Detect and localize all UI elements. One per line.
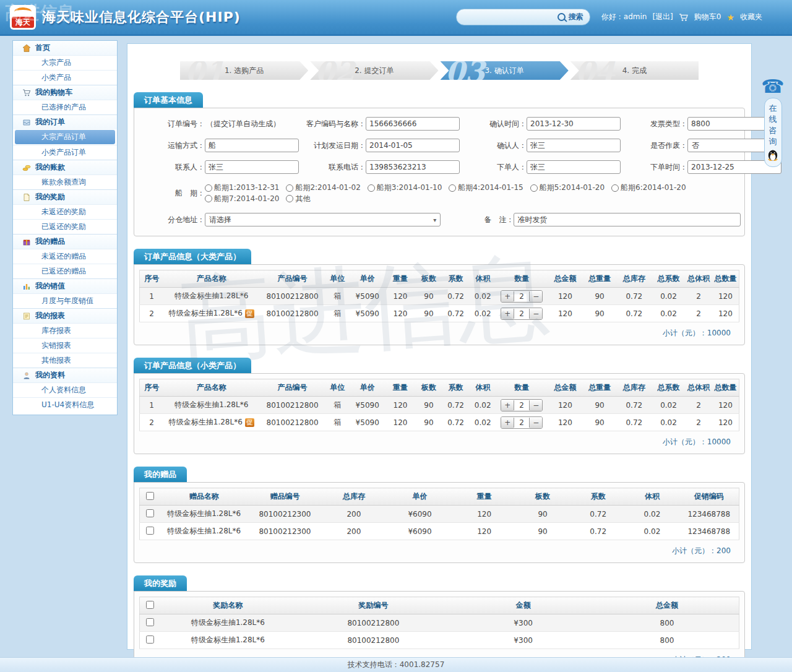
confirm-time-field[interactable]: [527, 117, 621, 131]
ship-period-option[interactable]: 船期2:2014-01-02: [286, 183, 360, 193]
ship-period-radio[interactable]: [449, 184, 456, 192]
sidebar-item-my-gifts[interactable]: 我的赠品: [13, 234, 117, 249]
ship-period-radio[interactable]: [205, 184, 212, 192]
online-consult-button[interactable]: 在线咨询: [764, 98, 782, 167]
sidebar-item-selected-products[interactable]: 已选择的产品: [13, 100, 117, 114]
sidebar-item-sales-report[interactable]: 实销报表: [13, 338, 117, 353]
plan-ship-date-field[interactable]: [366, 139, 460, 152]
quantity-stepper[interactable]: +2−: [501, 399, 543, 411]
consult-char: 咨: [765, 125, 781, 136]
phone-icon[interactable]: ☎: [761, 77, 785, 97]
qty-minus-button[interactable]: −: [530, 400, 542, 411]
ship-period-radio[interactable]: [611, 184, 619, 192]
row-checkbox[interactable]: [146, 618, 154, 626]
select-all-checkbox[interactable]: [146, 492, 154, 500]
sidebar-item-my-rewards[interactable]: 我的奖励: [13, 189, 117, 204]
sidebar-label: 我的账款: [35, 162, 65, 173]
customer-field[interactable]: [366, 117, 460, 131]
cell-weight: 120: [385, 397, 415, 414]
qty-minus-button[interactable]: −: [530, 417, 542, 428]
sidebar-item-unreturned-gifts[interactable]: 未返还的赠品: [13, 249, 117, 264]
row-checkbox[interactable]: [146, 509, 154, 517]
logout-link[interactable]: [退出]: [652, 12, 673, 22]
ship-period-option[interactable]: 船期5:2014-01-20: [530, 183, 605, 193]
confirmer-field[interactable]: [527, 139, 621, 152]
cell-product-code: 80100212800: [259, 397, 325, 414]
sidebar-item-my-payments[interactable]: 我的账款: [13, 160, 117, 174]
cell-seq: 1: [140, 288, 164, 305]
cell-coeff: 0.72: [571, 523, 625, 540]
confirm-time-label: 确认时间：: [460, 119, 527, 129]
sidebar-item-my-cart[interactable]: 我的购物车: [13, 85, 117, 100]
support-phone-text: 技术支持电话：4001.82757: [348, 660, 445, 669]
row-checkbox[interactable]: [146, 635, 154, 644]
transport-field[interactable]: [205, 139, 299, 152]
sidebar-item-my-sales[interactable]: 我的销值: [13, 278, 117, 293]
search-input[interactable]: [463, 12, 557, 22]
sidebar-item-inventory-report[interactable]: 库存报表: [13, 323, 117, 338]
ship-period-option[interactable]: 船期3:2014-01-10: [368, 183, 442, 193]
ship-period-text: 船期6:2014-01-20: [621, 183, 686, 193]
select-all-checkbox[interactable]: [146, 601, 154, 609]
qty-plus-button[interactable]: +: [501, 291, 514, 302]
invoice-type-label: 发票类型：: [621, 119, 687, 129]
cell-reward-code: 80100212800: [295, 632, 451, 649]
sidebar-item-account-balance-query[interactable]: 账款余额查询: [13, 174, 117, 189]
qty-plus-button[interactable]: +: [501, 400, 514, 411]
search-button[interactable]: 搜索: [569, 12, 583, 22]
cell-volume: 0.02: [469, 414, 496, 431]
phone-field[interactable]: [366, 160, 460, 174]
sidebar-item-bulk-product-orders[interactable]: 大宗产品订单: [15, 130, 115, 144]
sidebar-item-personal-info[interactable]: 个人资料信息: [13, 382, 117, 397]
sidebar-item-small-category-product-orders[interactable]: 小类产品订单: [13, 145, 117, 160]
search-bar[interactable]: 搜索: [456, 9, 590, 25]
cell-quantity: +2−: [496, 414, 547, 431]
ship-period-radio[interactable]: [286, 195, 293, 202]
cell-product-code: 80100212800: [259, 305, 325, 322]
column-header: 单位: [325, 379, 350, 397]
qty-plus-button[interactable]: +: [501, 308, 514, 319]
ship-period-option[interactable]: 船期4:2014-01-15: [449, 183, 523, 193]
column-header: 金额: [451, 597, 595, 614]
quantity-stepper[interactable]: +2−: [501, 290, 543, 303]
cart-link[interactable]: 购物车0: [694, 12, 721, 22]
quantity-stepper[interactable]: +2−: [501, 308, 543, 320]
order-time-label: 下单时间：: [621, 162, 687, 173]
ship-period-option[interactable]: 其他: [286, 194, 310, 204]
warehouse-select[interactable]: 请选择▾: [205, 213, 441, 226]
qty-minus-button[interactable]: −: [530, 308, 542, 319]
sidebar-item-small-category-products[interactable]: 小类产品: [13, 70, 117, 85]
favorites-link[interactable]: 收藏夹: [740, 12, 762, 22]
ship-period-option[interactable]: 船期7:2014-01-20: [205, 194, 279, 204]
row-checkbox[interactable]: [146, 527, 154, 535]
sidebar-item-home[interactable]: 首页: [13, 41, 117, 55]
orderer-field[interactable]: [527, 160, 621, 174]
sidebar-item-my-reports[interactable]: 我的报表: [13, 308, 117, 323]
sidebar-item-other-reports[interactable]: 其他报表: [13, 353, 117, 368]
qty-minus-button[interactable]: −: [530, 291, 542, 302]
app-title: 海天味业信息化综合平台(HIP): [42, 8, 241, 27]
ship-period-radio[interactable]: [205, 195, 212, 202]
quantity-stepper[interactable]: +2−: [501, 416, 543, 429]
remark-field[interactable]: [514, 213, 741, 226]
sidebar-item-my-orders[interactable]: 我的订单: [13, 114, 117, 129]
sidebar-item-returned-gifts[interactable]: 已返还的赠品: [13, 264, 117, 278]
contact-field[interactable]: [205, 160, 299, 174]
ship-period-radio[interactable]: [530, 184, 538, 192]
ship-period-radio[interactable]: [286, 184, 293, 192]
sidebar-item-unreturned-rewards[interactable]: 未返还的奖励: [13, 204, 117, 219]
sidebar-item-returned-rewards[interactable]: 已返还的奖励: [13, 219, 117, 234]
ship-period-option[interactable]: 船期6:2014-01-20: [611, 183, 686, 193]
ship-period-option[interactable]: 船期1:2013-12-31: [205, 183, 279, 193]
sidebar-item-monthly-annual-sales[interactable]: 月度与年度销值: [13, 293, 117, 308]
column-header: 单价: [350, 270, 385, 288]
column-header: 总数量: [712, 379, 739, 397]
sidebar-item-bulk-products[interactable]: 大宗产品: [13, 55, 117, 70]
sidebar-item-my-profile[interactable]: 我的资料: [13, 368, 117, 382]
certificate-icon: [22, 193, 31, 202]
ship-period-radio[interactable]: [368, 184, 375, 192]
sidebar-item-u1-u4-info[interactable]: U1-U4资料信息: [13, 397, 117, 412]
cell-total-qty: 120: [712, 414, 739, 431]
qty-plus-button[interactable]: +: [501, 417, 514, 428]
plan-ship-date-label: 计划发运日期：: [299, 140, 366, 151]
